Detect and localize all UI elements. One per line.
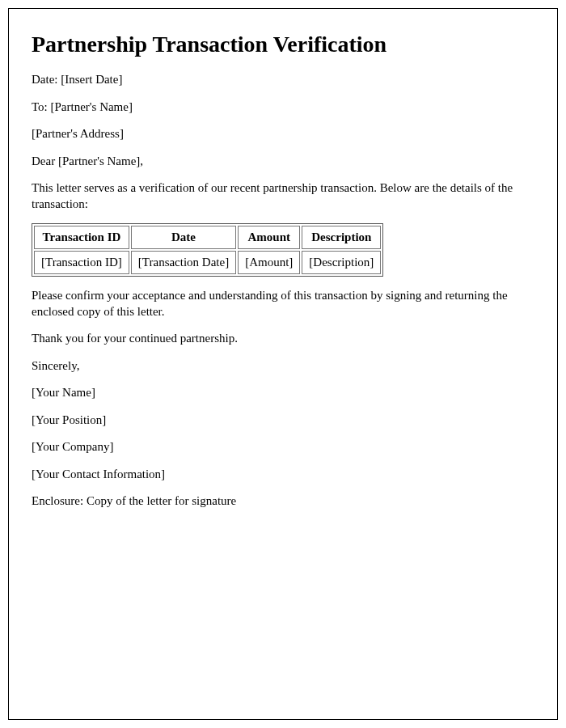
cell-date: [Transaction Date] <box>131 251 236 274</box>
col-header-description: Description <box>302 226 381 249</box>
cell-amount: [Amount] <box>238 251 300 274</box>
page-title: Partnership Transaction Verification <box>32 32 534 57</box>
to-line: To: [Partner's Name] <box>32 99 534 116</box>
your-company: [Your Company] <box>32 439 534 455</box>
intro-paragraph: This letter serves as a verification of … <box>32 180 534 212</box>
salutation: Dear [Partner's Name], <box>32 154 534 170</box>
transaction-table: Transaction ID Date Amount Description [… <box>32 223 383 277</box>
page: Partnership Transaction Verification Dat… <box>0 0 566 728</box>
thanks-paragraph: Thank you for your continued partnership… <box>32 331 534 347</box>
closing: Sincerely, <box>32 358 534 375</box>
address-line: [Partner's Address] <box>32 126 534 142</box>
col-header-date: Date <box>131 226 236 249</box>
table-row: [Transaction ID] [Transaction Date] [Amo… <box>34 251 381 274</box>
date-line: Date: [Insert Date] <box>32 72 534 88</box>
cell-description: [Description] <box>302 251 381 274</box>
cell-id: [Transaction ID] <box>34 251 129 274</box>
col-header-amount: Amount <box>238 226 300 249</box>
table-header-row: Transaction ID Date Amount Description <box>34 226 381 249</box>
document-frame: Partnership Transaction Verification Dat… <box>8 8 558 720</box>
col-header-id: Transaction ID <box>34 226 129 249</box>
your-position: [Your Position] <box>32 413 534 429</box>
confirm-paragraph: Please confirm your acceptance and under… <box>32 288 534 320</box>
enclosure-line: Enclosure: Copy of the letter for signat… <box>32 493 534 510</box>
your-name: [Your Name] <box>32 385 534 401</box>
your-contact: [Your Contact Information] <box>32 467 534 483</box>
